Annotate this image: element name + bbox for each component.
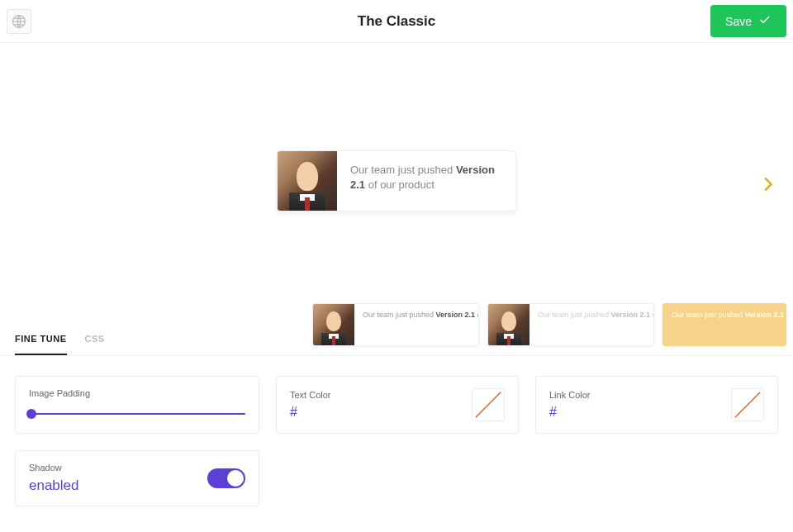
check-icon: [758, 13, 772, 29]
image-padding-label: Image Padding: [29, 388, 245, 398]
thumb-message: Our team just pushed Version 2.1 of our …: [529, 304, 654, 345]
shadow-card: Shadow enabled: [15, 450, 259, 506]
carousel-next-button[interactable]: [758, 175, 776, 197]
thumb-message: Our team just pushed Version 2.1 of our …: [354, 304, 479, 345]
save-button-label: Save: [725, 15, 752, 28]
shadow-toggle[interactable]: [207, 468, 245, 488]
tab-css[interactable]: CSS: [85, 324, 105, 355]
image-padding-slider[interactable]: [29, 406, 245, 421]
app-icon[interactable]: [7, 9, 31, 34]
thumb-avatar: [488, 304, 529, 345]
link-color-card: Link Color #: [535, 376, 778, 434]
page-title: The Classic: [0, 13, 793, 30]
svg-line-1: [476, 392, 501, 417]
preview-thumb[interactable]: Our team just pushed Version 2.1 of our …: [662, 303, 786, 346]
thumb-message: Our team just pushed Version 2.1 of our …: [663, 304, 786, 345]
preview-message-suffix: of our product: [365, 178, 434, 191]
preview-area: Our team just pushed Version 2.1 of our …: [0, 43, 793, 324]
slider-handle[interactable]: [26, 409, 36, 419]
controls-col-1: Image Padding Shadow enabled: [15, 376, 259, 506]
preview-message-prefix: Our team just pushed: [350, 164, 456, 176]
controls: Image Padding Shadow enabled Text: [0, 356, 793, 526]
preview-thumb[interactable]: Our team just pushed Version 2.1 of our …: [487, 303, 654, 346]
preview-message: Our team just pushed Version 2.1 of our …: [337, 151, 515, 211]
preview-thumb[interactable]: Our team just pushed Version 2.1 of our …: [312, 303, 479, 346]
shadow-value: enabled: [29, 477, 79, 494]
shadow-label: Shadow: [29, 463, 79, 473]
preview-card-main: Our team just pushed Version 2.1 of our …: [277, 150, 516, 211]
svg-line-2: [735, 392, 760, 417]
link-color-label: Link Color: [549, 390, 591, 400]
header-left: [7, 9, 31, 34]
text-color-card: Text Color #: [276, 376, 519, 434]
text-color-value[interactable]: #: [290, 405, 331, 420]
text-color-swatch[interactable]: [472, 388, 505, 421]
toggle-knob: [227, 470, 244, 487]
image-padding-card: Image Padding: [15, 376, 259, 434]
thumb-avatar: [313, 304, 354, 345]
preview-thumbnails: Our team just pushed Version 2.1 of our …: [312, 303, 786, 346]
header: The Classic Save: [0, 0, 793, 43]
chevron-right-icon: [758, 182, 776, 196]
tab-finetune[interactable]: FINE TUNE: [15, 324, 67, 355]
preview-avatar: [278, 151, 337, 211]
text-color-label: Text Color: [290, 390, 331, 400]
link-color-value[interactable]: #: [549, 405, 591, 420]
link-color-swatch[interactable]: [731, 388, 764, 421]
save-button[interactable]: Save: [710, 5, 786, 37]
